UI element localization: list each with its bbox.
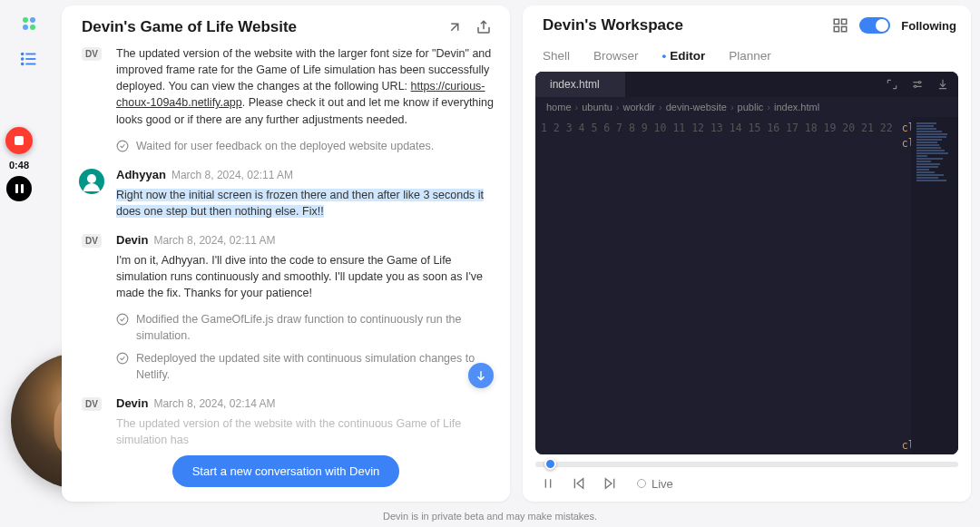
record-pause-button[interactable] bbox=[6, 176, 32, 201]
status-line: Redeployed the updated site with continu… bbox=[116, 351, 494, 383]
grid-icon[interactable] bbox=[832, 17, 848, 34]
status-line: Modified the GameOfLife.js draw function… bbox=[116, 312, 494, 344]
share-arrow-icon[interactable] bbox=[446, 19, 463, 35]
svg-point-3 bbox=[30, 24, 35, 30]
scroll-down-button[interactable] bbox=[468, 363, 494, 388]
message-author: Devin bbox=[116, 396, 148, 410]
svg-point-1 bbox=[30, 17, 35, 23]
svg-point-11 bbox=[117, 141, 128, 151]
check-circle-icon bbox=[116, 313, 129, 326]
check-circle-icon bbox=[116, 140, 129, 152]
svg-point-9 bbox=[22, 63, 24, 65]
tab-shell[interactable]: Shell bbox=[543, 49, 570, 63]
expand-icon[interactable] bbox=[886, 78, 898, 91]
chat-message: AdhyyanMarch 8, 2024, 02:11 AM Right now… bbox=[78, 167, 494, 220]
editor-file-tab[interactable]: index.html bbox=[535, 72, 625, 97]
message-time: March 8, 2024, 02:14 AM bbox=[153, 397, 275, 410]
skip-forward-icon[interactable] bbox=[603, 476, 617, 491]
status-line: Waited for user feedback on the deployed… bbox=[116, 139, 494, 155]
svg-rect-16 bbox=[835, 27, 839, 32]
chat-message: DV DevinMarch 8, 2024, 02:14 AM The upda… bbox=[78, 395, 494, 444]
avatar-dv: DV bbox=[82, 397, 102, 411]
svg-point-18 bbox=[918, 82, 920, 83]
recorder-widget: 0:48 bbox=[5, 127, 33, 201]
download-icon[interactable] bbox=[936, 78, 949, 91]
check-circle-icon bbox=[116, 352, 129, 365]
message-author: Devin bbox=[116, 233, 148, 247]
chat-message: DV The updated version of the website wi… bbox=[78, 45, 494, 128]
chat-title: Devin's Game of Life Website bbox=[82, 18, 297, 36]
svg-point-13 bbox=[117, 354, 128, 365]
message-author: Adhyyan bbox=[116, 168, 166, 181]
footer-disclaimer: Devin is in private beta and may make mi… bbox=[0, 511, 980, 522]
svg-point-12 bbox=[117, 315, 128, 326]
workspace-title: Devin's Workspace bbox=[543, 16, 683, 34]
svg-point-2 bbox=[23, 24, 28, 30]
message-time: March 8, 2024, 02:11 AM bbox=[172, 169, 293, 181]
minimap[interactable] bbox=[911, 117, 958, 454]
svg-marker-24 bbox=[605, 479, 612, 489]
new-conversation-button[interactable]: Start a new conversation with Devin bbox=[172, 455, 400, 487]
breadcrumb: home›ubuntu›workdir›devin-website›public… bbox=[535, 97, 958, 117]
message-body: The updated version of the website with … bbox=[116, 415, 494, 444]
tab-browser[interactable]: Browser bbox=[593, 49, 639, 63]
message-time: March 8, 2024, 02:11 AM bbox=[153, 234, 275, 247]
tab-editor[interactable]: Editor bbox=[662, 49, 706, 63]
line-numbers: 1 2 3 4 5 6 7 8 9 10 11 12 13 14 15 16 1… bbox=[535, 117, 902, 454]
timeline-thumb[interactable] bbox=[544, 458, 556, 470]
code-editor: index.html home›ubuntu›workdir›devin-web… bbox=[535, 72, 958, 454]
live-dot-icon bbox=[637, 479, 646, 488]
following-label: Following bbox=[901, 19, 956, 33]
record-stop-button[interactable] bbox=[5, 127, 33, 154]
export-icon[interactable] bbox=[475, 19, 492, 35]
avatar-dv: DV bbox=[82, 234, 102, 248]
skip-back-icon[interactable] bbox=[572, 476, 586, 491]
svg-marker-22 bbox=[577, 479, 583, 489]
avatar-dv: DV bbox=[82, 47, 102, 61]
playback-timeline[interactable] bbox=[535, 462, 958, 467]
message-body: I'm on it, Adhyyan. I'll dive into the c… bbox=[116, 252, 494, 301]
svg-rect-17 bbox=[842, 27, 847, 32]
svg-point-8 bbox=[22, 58, 24, 60]
svg-point-0 bbox=[23, 17, 28, 23]
svg-rect-14 bbox=[835, 19, 839, 24]
avatar-user bbox=[79, 169, 104, 194]
message-body: The updated version of the website with … bbox=[116, 45, 494, 128]
tab-planner[interactable]: Planner bbox=[729, 49, 771, 63]
svg-point-19 bbox=[915, 85, 916, 87]
record-time: 0:48 bbox=[9, 160, 29, 171]
app-logo[interactable] bbox=[18, 13, 40, 34]
svg-point-7 bbox=[22, 54, 24, 55]
live-indicator[interactable]: Live bbox=[637, 477, 673, 491]
message-body: Right now the initial screen is frozen t… bbox=[116, 187, 494, 220]
settings-sliders-icon[interactable] bbox=[911, 78, 924, 91]
pause-icon[interactable] bbox=[541, 476, 555, 491]
code-content[interactable]: class="t-punc"><class="t-tag">!DOCTYPE h… bbox=[902, 117, 911, 454]
svg-rect-15 bbox=[842, 19, 847, 24]
chat-message: DV DevinMarch 8, 2024, 02:11 AM I'm on i… bbox=[78, 232, 494, 301]
following-toggle[interactable] bbox=[859, 17, 890, 34]
list-icon[interactable] bbox=[19, 49, 39, 69]
